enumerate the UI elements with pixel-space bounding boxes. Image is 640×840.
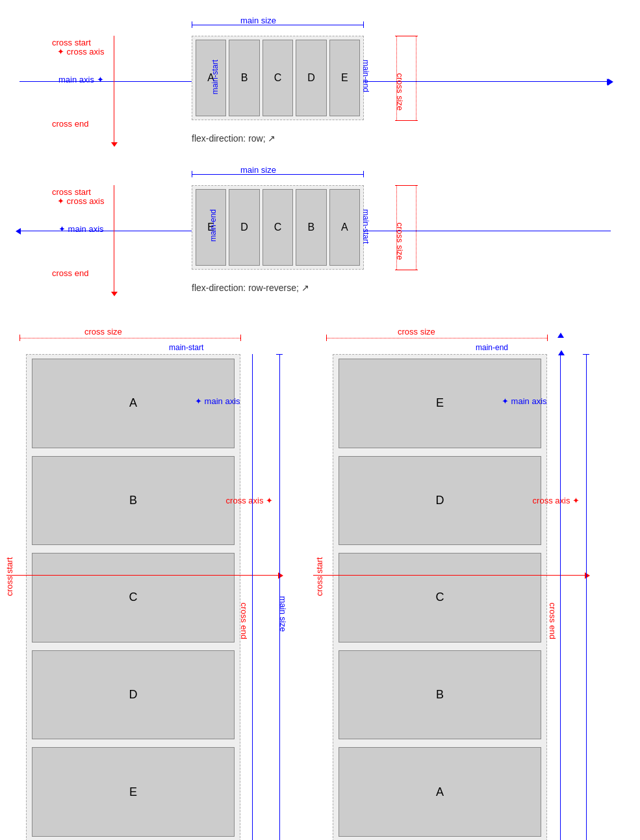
rr-cross-start-label: cross start bbox=[52, 187, 91, 197]
col-main-axis-vline bbox=[252, 354, 253, 840]
cross-start-label: cross start bbox=[52, 38, 91, 47]
flex-item-B: B bbox=[229, 40, 259, 116]
cr-main-axis-arrow-up bbox=[557, 333, 564, 338]
rr-title: flex-direction: row-reverse; ↗ bbox=[192, 283, 309, 293]
rr-main-axis-label: ✦ main axis bbox=[58, 224, 104, 234]
rr-flex-item-C: C bbox=[262, 189, 293, 266]
cr-cross-start-label: cross start bbox=[314, 557, 324, 596]
rr-flex-item-A: A bbox=[329, 189, 360, 266]
col-cross-axis-hline bbox=[6, 575, 279, 576]
col-cross-size-hline bbox=[19, 338, 240, 338]
main-axis-label: main axis ✦ bbox=[58, 75, 104, 84]
rr-main-size-bracket-right bbox=[363, 171, 364, 177]
flex-item-C: C bbox=[262, 40, 293, 116]
main-start-label: main-start bbox=[211, 60, 220, 94]
rr-main-size-bracket-left bbox=[192, 171, 192, 177]
cr-cross-size-label: cross size bbox=[398, 327, 435, 337]
cr-ms-bracket-top bbox=[583, 354, 589, 355]
rr-cross-size-vline2 bbox=[416, 185, 416, 270]
col-main-axis-label: ✦ main axis bbox=[195, 396, 240, 406]
col-cross-axis-label: cross axis ✦ bbox=[226, 496, 273, 505]
flex-box-col-rev: E D cross axis ✦ C B A bbox=[333, 354, 547, 840]
col-cross-end-label: cross end bbox=[239, 603, 249, 639]
cross-size-bottom-bracket bbox=[395, 120, 418, 121]
main-size-bracket-right bbox=[363, 21, 364, 28]
row-diagram: main size cross start ✦ cross axis main … bbox=[0, 13, 640, 156]
diagram-container: main size cross start ✦ cross axis main … bbox=[0, 0, 640, 840]
rr-cross-end-label: cross end bbox=[52, 268, 88, 278]
row-title: flex-direction: row; ↗ bbox=[192, 133, 275, 144]
rr-main-size-bracket-top bbox=[192, 174, 364, 175]
col-main-size-label: main size bbox=[278, 596, 288, 632]
flex-box-col: A B cross axis ✦ C D E bbox=[26, 354, 240, 840]
cr-cross-end-label: cross end bbox=[548, 603, 557, 639]
rr-main-start-label: main-start bbox=[361, 209, 370, 244]
cr-cs-bracket-right bbox=[547, 335, 548, 341]
cr-main-axis-label: ✦ main axis bbox=[502, 396, 547, 406]
cr-item-B: B bbox=[339, 650, 541, 740]
rr-cross-size-top-bracket bbox=[395, 185, 418, 186]
flex-item-E: E bbox=[329, 40, 360, 116]
main-size-bracket-top bbox=[192, 25, 364, 25]
cross-axis-label: ✦ cross axis bbox=[57, 47, 104, 57]
rr-flex-item-B: B bbox=[296, 189, 326, 266]
main-end-label: main-end bbox=[361, 60, 370, 92]
rr-cross-size-bottom-bracket bbox=[395, 270, 418, 270]
cr-item-C: C bbox=[339, 553, 541, 643]
cr-main-end-label: main-end bbox=[476, 343, 508, 352]
cr-main-size-vline bbox=[586, 354, 587, 840]
cr-cross-size-hline bbox=[326, 338, 547, 338]
col-main-start-label: main-start bbox=[169, 343, 203, 352]
col-item-B: B cross axis ✦ bbox=[32, 456, 235, 546]
cr-cs-bracket-left bbox=[326, 335, 327, 341]
cr-item-A: A bbox=[339, 747, 541, 837]
column-reverse-diagram: cross size main-end E D cross axis ✦ C B… bbox=[320, 318, 639, 840]
cr-cross-axis-hline bbox=[313, 575, 586, 576]
col-ms-bracket-top bbox=[276, 354, 283, 355]
column-diagram: cross size main-start A B cross axis ✦ C… bbox=[0, 318, 320, 840]
bottom-diagrams: cross size main-start A B cross axis ✦ C… bbox=[0, 318, 640, 840]
col-cs-bracket-left bbox=[19, 335, 20, 341]
cr-cross-axis-label: cross axis ✦ bbox=[533, 496, 580, 505]
rr-cross-axis-vline bbox=[114, 185, 114, 296]
col-item-C: C bbox=[32, 553, 235, 643]
cross-axis-vline bbox=[114, 36, 114, 146]
cr-item-D: D cross axis ✦ bbox=[339, 456, 541, 546]
cross-end-label: cross end bbox=[52, 119, 88, 129]
rr-cross-size-label: cross size bbox=[395, 223, 405, 261]
rr-main-end-label: main-end bbox=[209, 209, 218, 242]
main-axis-arrow bbox=[608, 79, 613, 85]
col-cs-bracket-right bbox=[240, 335, 241, 341]
cross-size-vline2 bbox=[416, 36, 416, 120]
cross-size-top-bracket bbox=[395, 36, 418, 36]
rr-main-size-label: main size bbox=[240, 165, 276, 175]
col-item-E: E bbox=[32, 747, 235, 837]
rr-flex-item-D: D bbox=[229, 189, 259, 266]
col-item-D: D bbox=[32, 650, 235, 740]
main-size-label: main size bbox=[240, 16, 276, 25]
col-cross-size-label: cross size bbox=[84, 327, 122, 337]
rr-cross-axis-label: ✦ cross axis bbox=[57, 196, 104, 206]
row-reverse-diagram: main size cross start ✦ cross axis ✦ mai… bbox=[0, 162, 640, 305]
main-size-bracket-left bbox=[192, 21, 192, 28]
cross-size-label: cross size bbox=[395, 73, 405, 111]
col-cross-start-label: cross start bbox=[5, 557, 14, 596]
flex-item-D: D bbox=[296, 40, 326, 116]
cr-main-axis-vline bbox=[560, 354, 561, 840]
